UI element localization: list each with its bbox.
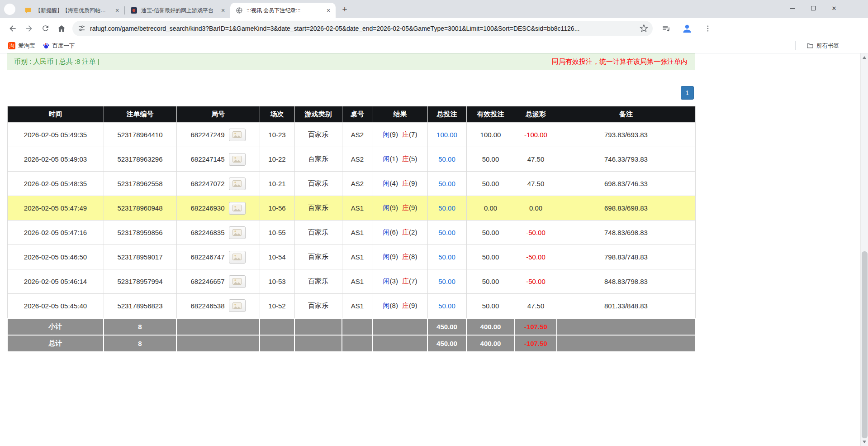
replay-video-button[interactable]: [229, 202, 246, 215]
cell-result: 闲(9) 庄(8): [373, 245, 427, 269]
menu-button[interactable]: [700, 20, 716, 37]
cell-round: 682247249: [176, 123, 260, 147]
profile-avatar[interactable]: [679, 20, 695, 37]
round-number: 682247249: [190, 131, 224, 139]
tab-tongbao[interactable]: 通宝-信誉最好的网上游戏平台 ✕: [125, 3, 230, 18]
cell-payout: -100.00: [515, 123, 557, 147]
cell-total-bet[interactable]: 50.00: [427, 196, 466, 221]
result-banker: 庄(9): [402, 204, 417, 211]
forward-icon: [24, 24, 33, 33]
page-content: 币别 : 人民币 | 总共 :8 注单 | 同局有效投注，统一计算在该局第一张注…: [0, 53, 868, 446]
cell-session: 10-52: [260, 294, 294, 318]
cell-bet-id: 523178962558: [104, 172, 176, 196]
cell-valid-bet: 50.00: [466, 147, 515, 172]
cell-round: 682246930: [176, 196, 260, 221]
cell-game-type: 百家乐: [294, 221, 342, 245]
cell-total-bet[interactable]: 50.00: [427, 147, 466, 172]
round-number: 682246657: [190, 278, 224, 285]
close-button[interactable]: ✕: [824, 0, 844, 16]
tab-haiyan-forum[interactable]: 【新提醒】【海燕优质回帖奖励 ✕: [19, 3, 124, 18]
cell-time: 2026-02-05 05:49:35: [7, 123, 104, 147]
all-bookmarks-button[interactable]: 所有书签: [803, 40, 843, 52]
cell-session: 10-54: [260, 245, 294, 269]
url-text[interactable]: rafugf.com/game/betrecord_search/kind3?B…: [90, 25, 640, 32]
bookmark-taobao[interactable]: 淘 爱淘宝: [5, 40, 39, 52]
cell-total-bet[interactable]: 50.00: [427, 294, 466, 318]
header-time: 时间: [7, 106, 104, 123]
cell-note: 798.83/748.83: [557, 245, 695, 269]
result-player: 闲(6): [383, 228, 398, 236]
cell-total-bet[interactable]: 50.00: [427, 245, 466, 269]
chat-bubble-icon: [24, 7, 32, 14]
pagination-page-1-button[interactable]: 1: [681, 86, 694, 100]
cell-table-no: AS1: [342, 245, 373, 269]
toolbar-right-icons: [658, 20, 716, 37]
cell-payout: 47.50: [515, 147, 557, 172]
cell-time: 2026-02-05 05:47:49: [7, 196, 104, 221]
bookmarks-bar: 淘 爱淘宝 百度一下 所有书签: [0, 38, 868, 53]
replay-video-button[interactable]: [229, 299, 246, 312]
bookmark-star-icon[interactable]: [640, 24, 648, 33]
cell-total-bet[interactable]: 50.00: [427, 221, 466, 245]
cell-total-bet[interactable]: 50.00: [427, 269, 466, 294]
replay-video-button[interactable]: [229, 129, 246, 141]
minimize-button[interactable]: [782, 0, 803, 16]
tab-title: 【新提醒】【海燕优质回帖奖励: [35, 7, 110, 14]
subtotal-payout: -107.50: [515, 318, 557, 335]
home-button[interactable]: [53, 20, 70, 37]
tab-close-icon[interactable]: ✕: [114, 7, 121, 14]
cell-session: 10-55: [260, 221, 294, 245]
maximize-button[interactable]: [803, 0, 824, 16]
scroll-up-icon[interactable]: [863, 56, 866, 59]
three-dots-icon: [704, 24, 712, 33]
cell-total-bet[interactable]: 100.00: [427, 123, 466, 147]
refresh-button[interactable]: [37, 20, 53, 37]
cell-session: 10-21: [260, 172, 294, 196]
table-row: 2026-02-05 05:49:35 523178964410 6822472…: [7, 123, 695, 147]
address-bar[interactable]: rafugf.com/game/betrecord_search/kind3?B…: [72, 21, 653, 36]
picture-icon: [232, 278, 242, 285]
vertical-scrollbar[interactable]: [860, 53, 868, 446]
new-tab-button[interactable]: +: [338, 4, 351, 16]
cell-round: 682246538: [176, 294, 260, 318]
result-banker: 庄(5): [402, 155, 417, 163]
cell-game-type: 百家乐: [294, 196, 342, 221]
site-info-icon[interactable]: [78, 24, 85, 32]
tab-close-icon[interactable]: ✕: [219, 7, 227, 14]
header-total-bet: 总投注: [427, 106, 466, 123]
forward-button[interactable]: [21, 20, 37, 37]
cell-table-no: AS2: [342, 123, 373, 147]
tab-close-icon[interactable]: ✕: [325, 7, 332, 14]
scroll-down-icon[interactable]: [863, 441, 866, 443]
result-banker: 庄(7): [402, 277, 417, 285]
round-number: 682246747: [190, 253, 224, 261]
cell-time: 2026-02-05 05:47:16: [7, 221, 104, 245]
cell-round: 682246835: [176, 221, 260, 245]
round-number: 682247145: [190, 155, 224, 163]
total-count: 8: [104, 335, 176, 352]
cell-total-bet[interactable]: 50.00: [427, 172, 466, 196]
cell-note: 748.83/698.83: [557, 221, 695, 245]
replay-video-button[interactable]: [229, 177, 246, 190]
replay-video-button[interactable]: [229, 275, 246, 288]
media-controls-button[interactable]: [658, 20, 674, 37]
total-row: 总计 8 450.00 400.00 -107.50: [7, 335, 695, 352]
currency-summary-text: 币别 : 人民币 | 总共 :8 注单 |: [14, 58, 100, 66]
back-button[interactable]: [5, 20, 21, 37]
result-player: 闲(1): [383, 155, 398, 163]
bookmark-label: 百度一下: [52, 42, 75, 50]
bookmark-baidu[interactable]: 百度一下: [39, 40, 79, 52]
cell-result: 闲(4) 庄(9): [373, 172, 427, 196]
cell-game-type: 百家乐: [294, 172, 342, 196]
cell-game-type: 百家乐: [294, 269, 342, 294]
tab-strip: 【新提醒】【海燕优质回帖奖励 ✕ 通宝-信誉最好的网上游戏平台 ✕ :::视讯 …: [0, 0, 868, 18]
replay-video-button[interactable]: [229, 153, 246, 166]
total-label: 总计: [7, 335, 104, 352]
cell-bet-id: 523178957994: [104, 269, 176, 294]
tab-bet-record-active[interactable]: :::视讯 会员下注纪录::: ✕: [230, 3, 336, 18]
notice-bar: 币别 : 人民币 | 总共 :8 注单 | 同局有效投注，统一计算在该局第一张注…: [7, 53, 695, 70]
scrollbar-thumb[interactable]: [862, 251, 868, 438]
cell-valid-bet: 50.00: [466, 245, 515, 269]
replay-video-button[interactable]: [229, 251, 246, 264]
replay-video-button[interactable]: [229, 226, 246, 239]
